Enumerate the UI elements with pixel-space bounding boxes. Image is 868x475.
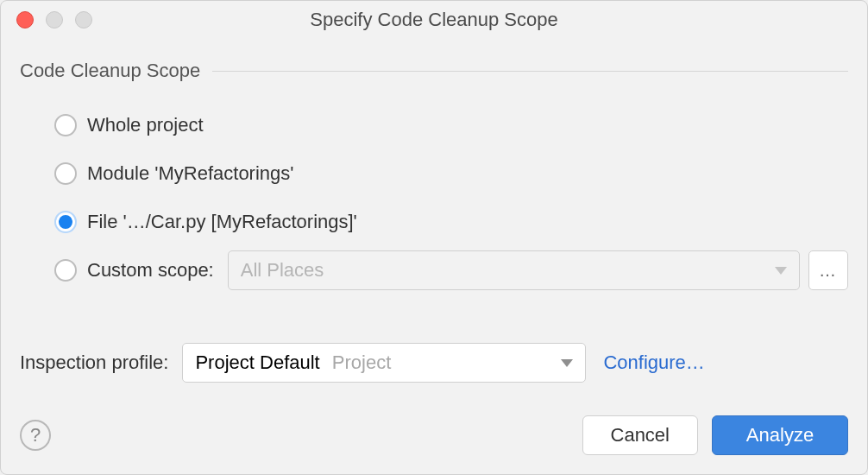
radio-label: Whole project [87,114,204,136]
content: Code Cleanup Scope Whole project Module … [1,39,867,400]
analyze-button[interactable]: Analyze [712,415,848,455]
dropdown-value: Project Default Project [195,352,561,374]
group-title: Code Cleanup Scope [20,60,212,82]
zoom-icon [75,11,92,28]
profile-secondary: Project [332,352,391,373]
help-button[interactable]: ? [20,420,51,451]
chevron-down-icon [775,267,787,275]
close-icon[interactable] [16,11,34,28]
scope-group: Code Cleanup Scope Whole project Module … [20,60,848,294]
minimize-icon [46,11,63,28]
radio-icon [54,162,77,185]
browse-button[interactable]: … [808,250,848,290]
cancel-label: Cancel [611,424,670,446]
titlebar: Specify Code Cleanup Scope [1,1,867,39]
window-controls [1,11,92,28]
profile-label: Inspection profile: [20,352,168,374]
radio-label: Module 'MyRefactorings' [87,162,294,185]
radio-label: Custom scope: [87,259,214,282]
dropdown-value: All Places [241,259,775,282]
radio-whole-project[interactable]: Whole project [20,101,848,149]
profile-dropdown[interactable]: Project Default Project [182,343,586,383]
window-title: Specify Code Cleanup Scope [1,9,867,31]
cancel-button[interactable]: Cancel [582,415,698,455]
radio-icon-selected [54,211,77,233]
analyze-label: Analyze [746,424,814,446]
configure-link[interactable]: Configure… [603,352,704,374]
radio-label: File '…/Car.py [MyRefactorings]' [87,211,357,233]
footer: ? Cancel Analyze [1,400,867,474]
inspection-profile-row: Inspection profile: Project Default Proj… [20,343,848,383]
radio-module[interactable]: Module 'MyRefactorings' [20,149,848,198]
radio-custom-scope[interactable]: Custom scope: All Places … [20,246,848,294]
profile-value: Project Default [195,352,319,373]
radio-file[interactable]: File '…/Car.py [MyRefactorings]' [20,198,848,246]
dialog-window: Specify Code Cleanup Scope Code Cleanup … [0,0,868,475]
question-icon: ? [30,424,41,446]
custom-scope-dropdown[interactable]: All Places [228,250,800,290]
group-header: Code Cleanup Scope [20,60,848,82]
divider [212,71,848,72]
ellipsis-icon: … [819,261,838,281]
chevron-down-icon [561,359,573,367]
radio-icon [54,259,77,282]
radio-icon [54,114,77,136]
